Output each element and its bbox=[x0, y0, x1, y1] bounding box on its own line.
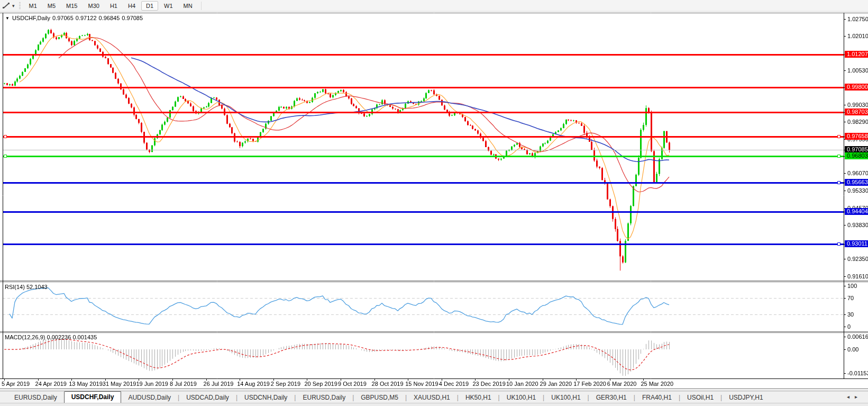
chart-tab-usdjpy-h1[interactable]: USDJPY,H1 bbox=[722, 392, 770, 403]
price-tick-label: 0.92350 bbox=[847, 256, 868, 262]
timeframe-button-mn[interactable]: MN bbox=[179, 1, 197, 11]
price-tick-label: 1.02750 bbox=[847, 16, 868, 22]
timeframe-button-h4[interactable]: H4 bbox=[123, 1, 140, 11]
chart-tab-usdchf-daily[interactable]: USDCHF,Daily bbox=[64, 391, 122, 403]
date-tick-label: 10 Jan 2020 bbox=[506, 381, 538, 387]
open-value: 0.97065 bbox=[52, 15, 74, 21]
date-tick-label: 2 Sep 2019 bbox=[271, 381, 300, 387]
tab-scroll-left-icon[interactable]: ◂ bbox=[847, 394, 855, 400]
symbol-period-label: USDCHF,Daily bbox=[12, 15, 50, 21]
level-price-label[interactable]: 0.95663 bbox=[845, 179, 868, 186]
timeframe-button-m30[interactable]: M30 bbox=[84, 1, 104, 11]
date-tick-label: 28 Oct 2019 bbox=[372, 381, 404, 387]
price-tick-label: 0.98290 bbox=[847, 119, 868, 125]
date-tick-label: 23 Dec 2019 bbox=[472, 381, 505, 387]
date-tick-label: 26 Jul 2019 bbox=[204, 381, 234, 387]
chart-tab-audusd-daily[interactable]: AUDUSD,Daily bbox=[121, 392, 178, 403]
date-tick-label: 29 Jan 2020 bbox=[540, 381, 572, 387]
level-price-label[interactable]: 1.01207 bbox=[845, 51, 868, 58]
chart-tab-ger30-h1[interactable]: GER30,H1 bbox=[589, 392, 634, 403]
date-tick-label: 6 Mar 2020 bbox=[607, 381, 637, 387]
date-tick-label: 9 Oct 2019 bbox=[338, 381, 367, 387]
chart-tab-xauusd-h1[interactable]: XAUUSD,H1 bbox=[407, 392, 457, 403]
timeframe-button-m5[interactable]: M5 bbox=[43, 1, 60, 11]
level-price-label[interactable]: 0.99800 bbox=[845, 84, 868, 91]
rsi-tick-label: 30 bbox=[847, 311, 854, 318]
chart-tab-usdcnh-daily[interactable]: USDCNH,Daily bbox=[237, 392, 294, 403]
price-tick-label: 1.02010 bbox=[847, 33, 868, 39]
date-tick-label: 8 Jul 2019 bbox=[170, 381, 197, 387]
date-tick-label: 13 May 2019 bbox=[69, 381, 103, 387]
chart-tab-usoil-h1[interactable]: USOil,H1 bbox=[680, 392, 720, 403]
price-tick-label: 1.00530 bbox=[847, 67, 868, 74]
chart-canvas[interactable] bbox=[0, 0, 868, 406]
timeframe-button-m1[interactable]: M1 bbox=[24, 1, 42, 11]
timeframe-buttons: M1M5M15M30H1H4D1W1MN bbox=[24, 3, 198, 9]
low-value: 0.96845 bbox=[99, 15, 120, 21]
level-price-label[interactable]: 0.93011 bbox=[845, 240, 868, 247]
date-tick-label: 24 Apr 2019 bbox=[35, 381, 67, 387]
chart-tab-uk100-h1[interactable]: UK100,H1 bbox=[500, 392, 543, 403]
rsi-tick-label: 0 bbox=[847, 323, 851, 330]
tab-scroll-arrows: ◂▸ bbox=[847, 394, 863, 400]
price-tick-label: 0.96070 bbox=[847, 170, 868, 176]
toolbar-separator bbox=[201, 2, 202, 10]
date-tick-label: 20 Sep 2019 bbox=[304, 381, 337, 387]
close-value: 0.97085 bbox=[122, 15, 143, 21]
tab-scroll-right-icon[interactable]: ▸ bbox=[855, 394, 863, 400]
macd-tick-label: 0.00 bbox=[847, 346, 858, 353]
chart-window: ▾ M1M5M15M30H1H4D1W1MN ▼USDCHF,Daily0.97… bbox=[0, 0, 868, 406]
timeframe-button-d1[interactable]: D1 bbox=[141, 1, 158, 11]
macd-indicator-label: MACD(12,26,9) 0.002236 0.001435 bbox=[5, 334, 97, 340]
chart-tab-hk50-h1[interactable]: HK50,H1 bbox=[459, 392, 498, 403]
date-tick-label: 25 Mar 2020 bbox=[641, 381, 673, 387]
line-studies-icon bbox=[2, 2, 11, 10]
high-value: 0.97122 bbox=[76, 15, 97, 21]
rsi-indicator-label: RSI(14) 52.1043 bbox=[5, 284, 48, 290]
date-tick-label: 31 May 2019 bbox=[103, 381, 136, 387]
price-tick-label: 0.93830 bbox=[847, 222, 868, 228]
chart-tab-eurusd-daily[interactable]: EURUSD,Daily bbox=[296, 392, 352, 403]
chart-tab-eurusd-daily[interactable]: EURUSD,Daily bbox=[7, 392, 64, 403]
macd-tick-label: 0.006167 bbox=[847, 333, 868, 340]
chevron-down-icon[interactable]: ▾ bbox=[12, 3, 15, 8]
chart-ohlc-title: ▼USDCHF,Daily0.970650.971220.968450.9708… bbox=[5, 15, 145, 21]
timeframe-button-w1[interactable]: W1 bbox=[159, 1, 178, 11]
date-tick-label: 15 Nov 2019 bbox=[405, 381, 438, 387]
date-tick-label: 4 Dec 2019 bbox=[439, 381, 469, 387]
price-tick-label: 0.95330 bbox=[847, 187, 868, 194]
chart-tab-bar: EURUSD,DailyUSDCHF,DailyAUDUSD,Daily|USD… bbox=[0, 391, 868, 403]
level-price-label[interactable]: 0.98703 bbox=[845, 109, 868, 115]
level-price-label[interactable]: 0.97658 bbox=[845, 133, 868, 140]
price-tick-label: 0.91610 bbox=[847, 273, 868, 279]
date-tick-label: 17 Feb 2020 bbox=[573, 381, 606, 387]
toolbar-drag-handle[interactable] bbox=[19, 2, 21, 10]
timeframe-button-m15[interactable]: M15 bbox=[61, 1, 82, 11]
date-tick-label: 14 Aug 2019 bbox=[237, 381, 270, 387]
current-price-label: 0.97085 bbox=[845, 146, 868, 153]
date-tick-label: 19 Jun 2019 bbox=[136, 381, 168, 387]
rsi-tick-label: 70 bbox=[847, 295, 854, 301]
window-bottom-strip bbox=[0, 403, 868, 406]
level-price-label[interactable]: 0.94404 bbox=[845, 208, 868, 215]
timeframe-toolbar: ▾ M1M5M15M30H1H4D1W1MN bbox=[0, 0, 868, 12]
chart-tab-usdcad-daily[interactable]: USDCAD,Daily bbox=[179, 392, 236, 403]
chart-tab-fra40-h1[interactable]: FRA40,H1 bbox=[635, 392, 679, 403]
chart-tab-gbpusd-m5[interactable]: GBPUSD,M5 bbox=[354, 392, 405, 403]
line-studies-button[interactable]: ▾ bbox=[0, 2, 17, 10]
collapse-triangle-icon[interactable]: ▼ bbox=[5, 16, 10, 21]
date-tick-label: 5 Apr 2019 bbox=[2, 381, 30, 387]
price-tick-label: 0.99030 bbox=[847, 102, 868, 108]
timeframe-button-h1[interactable]: H1 bbox=[105, 1, 122, 11]
chart-tab-uk100-h1[interactable]: UK100,H1 bbox=[544, 392, 587, 403]
level-price-label[interactable]: 0.96803 bbox=[845, 152, 868, 159]
macd-tick-label: -0.011531 bbox=[847, 370, 868, 376]
rsi-tick-label: 100 bbox=[847, 283, 857, 289]
